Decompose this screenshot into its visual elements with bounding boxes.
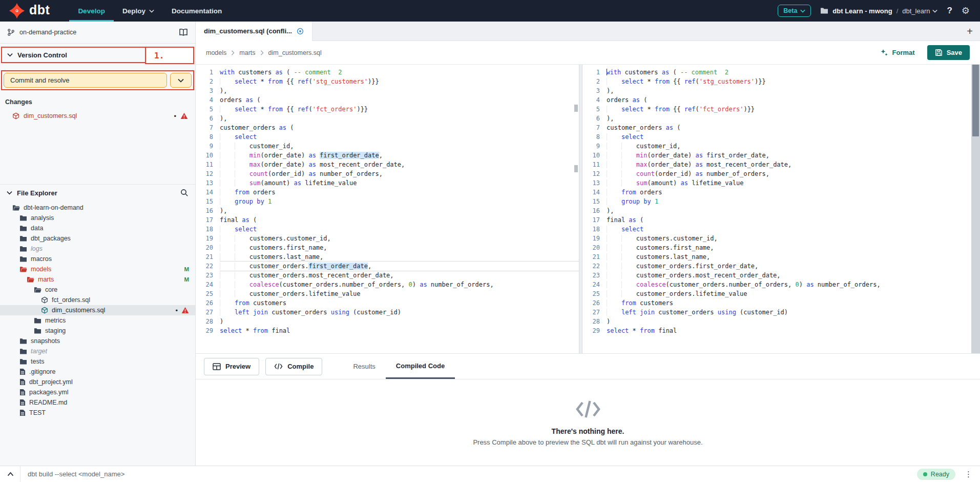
nav-item-develop[interactable]: Develop (69, 0, 114, 22)
code-line[interactable]: 1with customers as ( -- comment 2 (196, 68, 579, 77)
account-name[interactable]: dbt Learn - mwong (832, 7, 892, 15)
code-line[interactable]: 7customer_orders as ( (196, 123, 579, 132)
branch-row[interactable]: on-demand-practice (0, 22, 195, 44)
tree-item-dbt-learn-on-demand[interactable]: dbt-learn-on-demand (0, 203, 195, 213)
tab-results[interactable]: Results (343, 354, 385, 379)
tree-item-logs[interactable]: logs (0, 244, 195, 254)
code-line[interactable]: 13 sum(amount) as lifetime_value (582, 178, 971, 188)
commit-options-dropdown[interactable] (170, 73, 192, 88)
code-line[interactable]: 20 customers.first_name, (582, 243, 971, 252)
code-line[interactable]: 5 select * from {{ ref('fct_orders')}} (582, 105, 971, 114)
code-line[interactable]: 20 customers.first_name, (196, 243, 579, 252)
code-line[interactable]: 25 customer_orders.lifetime_value (196, 289, 579, 298)
breadcrumb-models[interactable]: models (206, 49, 226, 56)
tree-item-macros[interactable]: macros (0, 254, 195, 264)
code-line[interactable]: 17final as ( (582, 215, 971, 225)
tab-compiled-code[interactable]: Compiled Code (386, 354, 455, 379)
tree-item-dbt_packages[interactable]: dbt_packages (0, 233, 195, 244)
code-line[interactable]: 24 coalesce(customer_orders.number_of_or… (582, 280, 971, 289)
nav-item-deploy[interactable]: Deploy (114, 0, 163, 22)
code-line[interactable]: 14 from orders (196, 188, 579, 197)
beta-dropdown[interactable]: Beta (778, 5, 811, 17)
tree-item-tests[interactable]: tests (0, 356, 195, 367)
code-line[interactable]: 16), (196, 206, 579, 215)
code-line[interactable]: 13 sum(amount) as lifetime_value (196, 178, 579, 188)
code-line[interactable]: 28) (582, 317, 971, 326)
code-line[interactable]: 29select * from final (582, 326, 971, 335)
code-line[interactable]: 14 from orders (582, 188, 971, 197)
command-input[interactable] (27, 470, 344, 478)
code-line[interactable]: 2 select * from {{ ref('stg_customers')}… (196, 77, 579, 86)
code-line[interactable]: 4orders as ( (582, 95, 971, 105)
code-line[interactable]: 12 count(order_id) as number_of_orders, (196, 169, 579, 178)
new-tab-plus-icon[interactable]: + (967, 26, 973, 36)
code-line[interactable]: 24 coalesce(customer_orders.number_of_or… (196, 280, 579, 289)
preview-button[interactable]: Preview (204, 358, 259, 375)
code-line[interactable]: 16), (582, 206, 971, 215)
code-line[interactable]: 6), (196, 114, 579, 123)
search-icon[interactable] (180, 189, 189, 197)
code-line[interactable]: 3), (582, 86, 971, 95)
code-line[interactable]: 26 from customers (582, 298, 971, 308)
code-pane-left[interactable]: 1with customers as ( -- comment 22 selec… (196, 65, 579, 353)
code-line[interactable]: 17final as ( (196, 215, 579, 225)
code-line[interactable]: 27 left join customer_orders using (cust… (582, 308, 971, 317)
expand-chevron-icon[interactable] (7, 472, 14, 476)
code-line[interactable]: 2 select * from {{ ref('stg_customers')}… (582, 77, 971, 86)
pane-divider-handle[interactable] (579, 65, 582, 353)
file-explorer-section[interactable]: File Explorer (0, 184, 195, 201)
code-line[interactable]: 9 customer_id, (196, 142, 579, 151)
tree-item-marts[interactable]: martsM (0, 274, 195, 285)
compile-button[interactable]: Compile (265, 358, 322, 375)
code-line[interactable]: 27 left join customer_orders using (cust… (196, 308, 579, 317)
project-selector[interactable]: dbt_learn (902, 7, 937, 15)
tree-item-target[interactable]: target (0, 346, 195, 356)
tree-item-fct_orders.sql[interactable]: fct_orders.sql (0, 295, 195, 305)
code-line[interactable]: 10 min(order_date) as first_order_date, (582, 151, 971, 160)
tree-item-core[interactable]: core (0, 285, 195, 295)
code-line[interactable]: 11 max(order_date) as most_recent_order_… (196, 160, 579, 169)
code-line[interactable]: 3), (196, 86, 579, 95)
code-line[interactable]: 18 select (582, 225, 971, 234)
code-line[interactable]: 8 select (582, 132, 971, 142)
code-line[interactable]: 6), (582, 114, 971, 123)
tree-item-packages.yml[interactable]: packages.yml (0, 387, 195, 397)
code-line[interactable]: 22 customer_orders.first_order_date, (196, 262, 579, 271)
code-line[interactable]: 28) (196, 317, 579, 326)
tree-item-dim_customers.sql[interactable]: dim_customers.sql• (0, 305, 195, 315)
code-line[interactable]: 9 customer_id, (582, 142, 971, 151)
breadcrumb-marts[interactable]: marts (239, 49, 255, 56)
code-line[interactable]: 19 customers.customer_id, (196, 234, 579, 243)
tree-item-metrics[interactable]: metrics (0, 315, 195, 326)
code-line[interactable]: 8 select (196, 132, 579, 142)
tree-item-TEST[interactable]: TEST (0, 408, 195, 418)
code-line[interactable]: 23 customer_orders.most_recent_order_dat… (582, 271, 971, 280)
code-line[interactable]: 18 select (196, 225, 579, 234)
code-line[interactable]: 12 count(order_id) as number_of_orders, (582, 169, 971, 178)
kebab-menu-icon[interactable]: ⋮ (965, 470, 973, 479)
tree-item-snapshots[interactable]: snapshots (0, 336, 195, 346)
change-item-dim_customers.sql[interactable]: dim_customers.sql• (0, 110, 195, 122)
code-line[interactable]: 26 from customers (196, 298, 579, 308)
code-line[interactable]: 19 customers.customer_id, (582, 234, 971, 243)
tree-item-README.md[interactable]: README.md (0, 397, 195, 408)
tree-item-staging[interactable]: staging (0, 326, 195, 336)
tree-item-dbt_project.yml[interactable]: dbt_project.yml (0, 377, 195, 387)
code-line[interactable]: 23 customer_orders.most_recent_order_dat… (196, 271, 579, 280)
code-line[interactable]: 1with customers as ( -- comment 2 (582, 68, 971, 77)
tab-dim-customers[interactable]: dim_customers.sql (confli... (196, 22, 312, 41)
code-line[interactable]: 21 customers.last_name, (196, 252, 579, 262)
vertical-scrollbar[interactable] (971, 65, 980, 353)
code-line[interactable]: 15 group by 1 (196, 197, 579, 206)
gear-icon[interactable]: ⚙ (962, 6, 970, 15)
code-line[interactable]: 21 customers.last_name, (582, 252, 971, 262)
save-button[interactable]: Save (927, 45, 970, 60)
tree-item-models[interactable]: modelsM (0, 264, 195, 274)
format-button[interactable]: Format (880, 49, 915, 57)
code-line[interactable]: 10 min(order_date) as first_order_date, (196, 151, 579, 160)
code-line[interactable]: 29select * from final (196, 326, 579, 335)
version-control-section[interactable]: Version Control 1. (1, 47, 194, 63)
code-line[interactable]: 22 customer_orders.first_order_date, (582, 262, 971, 271)
nav-item-documentation[interactable]: Documentation (163, 0, 231, 22)
tree-item-analysis[interactable]: analysis (0, 213, 195, 223)
